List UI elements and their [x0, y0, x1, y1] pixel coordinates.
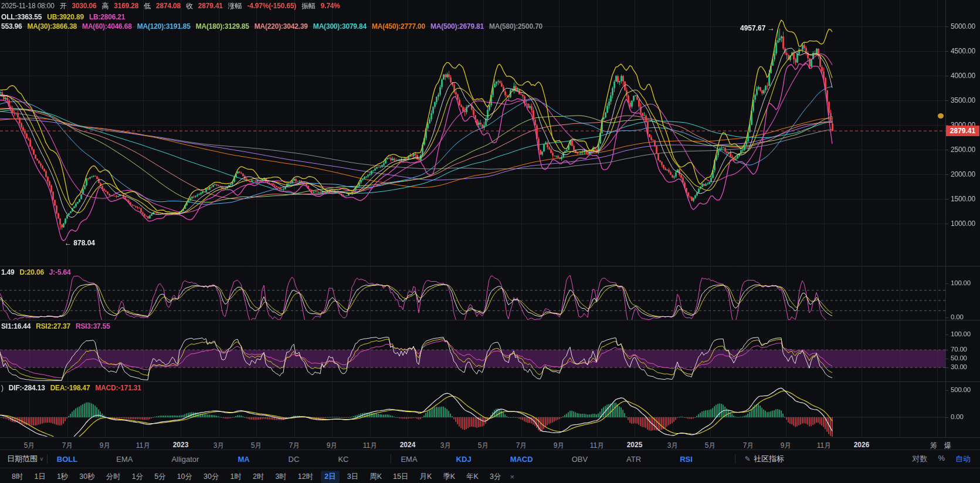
- chevron-down-icon: ˅: [40, 456, 43, 462]
- toolbar-divider: [47, 454, 48, 464]
- x-axis-label: 2026: [845, 441, 878, 449]
- all-time-high-annotation: 4957.67 →: [740, 24, 775, 32]
- sub-indicator-group: EMAKDJMACDOBVATRRSI: [401, 455, 731, 464]
- x-axis-label: 2025: [618, 441, 651, 449]
- indicator-button-alligator[interactable]: Alligator: [171, 455, 199, 464]
- date-range-button[interactable]: 日期范围˅: [7, 454, 43, 464]
- period-button-季K[interactable]: 季K: [439, 471, 459, 483]
- period-button-10分[interactable]: 10分: [174, 471, 196, 483]
- x-axis-label: 2024: [391, 441, 424, 449]
- period-button-3日[interactable]: 3日: [344, 471, 362, 483]
- price-chart-canvas[interactable]: [0, 0, 980, 438]
- scale-button[interactable]: 对数: [912, 454, 927, 464]
- period-button-30分[interactable]: 30分: [200, 471, 222, 483]
- period-button-分时[interactable]: 分时: [103, 471, 124, 483]
- period-button-月K[interactable]: 月K: [416, 471, 435, 483]
- period-selector-row: 8时1日1秒30秒分时1分5分10分30分1时2时3时12时2日3日周K15日月…: [0, 468, 980, 483]
- toolbar-divider: [391, 454, 391, 464]
- period-button-3时[interactable]: 3时: [272, 471, 290, 483]
- alert-marker-icon[interactable]: [938, 113, 944, 119]
- sub-indicator-button-atr[interactable]: ATR: [626, 455, 641, 464]
- trading-app: 2025-11-18 08:00开3030.06高3169.28低2874.08…: [0, 0, 980, 483]
- x-axis-label: 2023: [164, 441, 197, 449]
- period-button-2时[interactable]: 2时: [249, 471, 267, 483]
- period-button-年K[interactable]: 年K: [463, 471, 482, 483]
- all-time-low-annotation: ← 878.04: [65, 239, 95, 247]
- scale-button[interactable]: %: [938, 454, 945, 464]
- remove-period-icon[interactable]: ×: [510, 472, 514, 481]
- period-button-1分[interactable]: 1分: [128, 471, 147, 483]
- period-button-15日[interactable]: 15日: [389, 471, 412, 483]
- period-button-30秒[interactable]: 30秒: [76, 471, 98, 483]
- indicator-button-ma[interactable]: MA: [238, 455, 249, 464]
- main-indicator-group: BOLLEMAAlligatorMADCKC: [57, 455, 388, 464]
- edit-icon: ✎: [745, 455, 751, 463]
- period-button-8时[interactable]: 8时: [8, 471, 26, 483]
- period-button-3分[interactable]: 3分: [486, 471, 504, 483]
- indicator-button-dc[interactable]: DC: [289, 455, 300, 464]
- sub-indicator-button-rsi[interactable]: RSI: [680, 455, 693, 464]
- sub-indicator-button-macd[interactable]: MACD: [510, 455, 533, 464]
- indicator-toolbar: 日期范围˅ BOLLEMAAlligatorMADCKC EMAKDJMACDO…: [0, 450, 980, 468]
- period-button-1时[interactable]: 1时: [226, 471, 245, 483]
- toolbar-divider: [735, 454, 735, 464]
- indicator-button-boll[interactable]: BOLL: [57, 455, 77, 464]
- period-button-5分[interactable]: 5分: [151, 471, 169, 483]
- community-indicators-button[interactable]: ✎社区指标: [745, 454, 784, 464]
- period-button-2日[interactable]: 2日: [321, 471, 339, 483]
- period-button-1日[interactable]: 1日: [30, 471, 49, 483]
- scale-controls: 对数%自动: [912, 454, 980, 464]
- indicator-button-kc[interactable]: KC: [338, 455, 348, 464]
- period-button-1秒[interactable]: 1秒: [53, 471, 72, 483]
- current-price-tag: 2879.41: [946, 126, 979, 136]
- period-button-12时[interactable]: 12时: [294, 471, 317, 483]
- sub-indicator-button-ema[interactable]: EMA: [401, 455, 417, 464]
- indicator-button-ema[interactable]: EMA: [116, 455, 133, 464]
- sub-indicator-button-kdj[interactable]: KDJ: [456, 455, 472, 464]
- scale-button[interactable]: 自动: [955, 454, 971, 464]
- sub-indicator-button-obv[interactable]: OBV: [572, 455, 588, 464]
- period-button-周K[interactable]: 周K: [366, 471, 385, 483]
